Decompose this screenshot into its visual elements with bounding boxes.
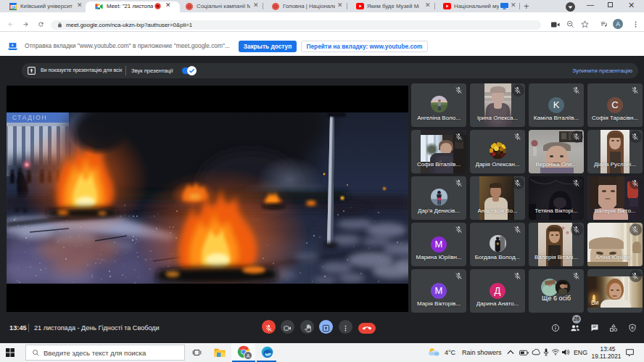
- svg-text:19: 19: [11, 4, 15, 9]
- svg-text:СТАДІОН: СТАДІОН: [12, 114, 47, 121]
